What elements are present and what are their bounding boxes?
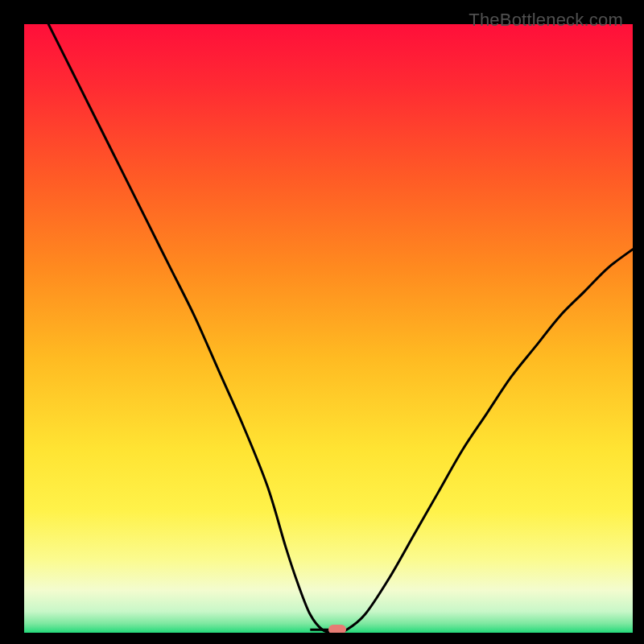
plot-area: [24, 24, 633, 633]
bottleneck-curve: [24, 24, 633, 633]
optimal-marker: [328, 625, 346, 633]
watermark-text: TheBottleneck.com: [469, 10, 623, 31]
chart-frame: TheBottleneck.com: [6, 6, 638, 638]
